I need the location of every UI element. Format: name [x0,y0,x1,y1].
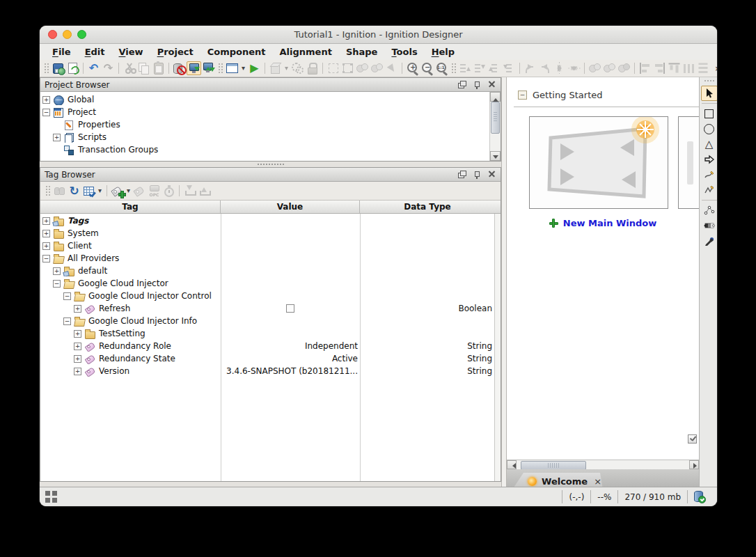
tree-expander[interactable]: + [53,267,61,275]
tree-expander[interactable]: − [53,280,61,288]
menu-shape[interactable]: Shape [339,44,385,60]
tree-node-project[interactable]: − Project [40,106,489,118]
menu-tools[interactable]: Tools [384,44,424,60]
float-panel-button[interactable] [457,80,467,89]
toolbar-overflow-button[interactable] [711,61,717,75]
cut-button[interactable] [122,61,136,75]
panel-splitter[interactable] [40,162,501,167]
send-to-back-button[interactable] [473,61,487,75]
tag-row-google-cloud-injector[interactable]: − Google Cloud Injector [40,277,494,290]
scroll-down-button[interactable] [490,151,501,161]
zoom-window-button[interactable] [77,30,86,39]
new-window-caret[interactable] [239,61,247,75]
tag-row-version[interactable]: + Version 3.4.6-SNAPSHOT (b20181211... S… [40,365,494,377]
column-selection-caret[interactable] [96,184,104,198]
browse-opc-button[interactable] [147,184,162,198]
workspace-hscrollbar[interactable] [507,460,699,470]
pin-panel-button[interactable] [472,170,482,179]
minimize-window-button[interactable] [63,30,72,39]
column-header-datatype[interactable]: Data Type [360,201,495,213]
menu-file[interactable]: File [45,44,78,60]
new-tag-button[interactable] [110,184,125,198]
tag-row-refresh[interactable]: + Refresh Boolean [40,302,494,315]
bring-forward-button[interactable] [487,61,502,75]
subtraction-button[interactable] [617,61,631,75]
tree-expander[interactable]: − [42,255,50,262]
preview-mode-button[interactable] [247,61,262,75]
find-tag-button[interactable] [52,184,67,198]
refresh-providers-button[interactable] [67,184,81,198]
pin-panel-button[interactable] [472,80,482,89]
menu-component[interactable]: Component [200,44,273,60]
pencil-tool[interactable] [701,167,718,182]
new-tag-caret[interactable] [125,184,132,198]
menu-view[interactable]: View [112,44,150,60]
eyedropper-tool[interactable] [701,233,718,249]
gradient-tool[interactable] [701,218,718,233]
tree-expander[interactable]: − [63,317,71,325]
tree-expander[interactable]: + [53,134,61,141]
send-backward-button[interactable] [502,61,517,75]
undo-button[interactable] [86,61,101,75]
align-left-button[interactable] [638,61,652,75]
new-window-button[interactable] [225,61,239,75]
lock-button[interactable] [305,61,320,75]
float-panel-button[interactable] [457,170,467,179]
tag-row-gci-info[interactable]: − Google Cloud Injector Info [40,315,494,327]
tree-node-global[interactable]: + Global [40,93,489,106]
title-bar[interactable]: Tutorial1 - Ignition - Ignition Designer [40,26,717,44]
rotate-ccw-button[interactable] [523,61,537,75]
export-tags-button[interactable] [197,184,212,198]
zoom-out-button[interactable] [420,61,434,75]
transform-frame-button[interactable] [340,61,355,75]
column-selection-button[interactable] [81,184,96,198]
shape-palette-caret[interactable] [283,61,290,75]
toolbar-grip[interactable] [44,63,49,74]
show-on-startup-checkbox[interactable] [688,434,697,444]
tag-row-client[interactable]: + Client [40,240,494,252]
tag-browser-titlebar[interactable]: Tag Browser [40,168,501,182]
tag-row-all-providers[interactable]: − All Providers [40,252,494,265]
polygon-tool[interactable]: △ [701,136,718,152]
tag-browser-scrollbar[interactable] [494,214,501,481]
column-header-value[interactable]: Value [221,201,360,213]
comm-read-only-button[interactable] [187,61,201,75]
arrow-tool[interactable] [701,152,718,167]
toolbar-grip[interactable] [451,63,456,74]
project-browser-scrollbar[interactable] [489,92,501,161]
edit-path-button[interactable] [370,61,384,75]
gateway-comm-off-button[interactable] [172,61,187,75]
tree-expander[interactable]: + [74,355,81,363]
selection-frame-button[interactable] [326,61,340,75]
shape-palette-button[interactable] [268,61,283,75]
flip-horizontal-button[interactable] [552,61,567,75]
tag-row-tags[interactable]: + Tags [40,214,494,227]
scroll-right-button[interactable] [689,460,699,469]
distribute-horizontal-button[interactable] [682,61,696,75]
comm-read-write-button[interactable] [201,61,216,75]
union-button[interactable] [588,61,602,75]
tag-row-system[interactable]: + System [40,227,494,240]
close-window-button[interactable] [48,30,57,39]
rotate-handles-button[interactable] [355,61,370,75]
pointer-button[interactable] [384,61,399,75]
tag-row-gci-control[interactable]: − Google Cloud Injector Control [40,290,494,302]
flip-vertical-button[interactable] [567,61,581,76]
align-right-button[interactable] [652,61,667,75]
menu-project[interactable]: Project [150,44,200,60]
rectangle-tool[interactable] [701,106,718,121]
toolbar-grip[interactable] [704,79,715,83]
tree-expander[interactable]: + [74,368,81,375]
redo-button[interactable] [101,61,116,75]
tree-expander[interactable]: + [42,217,50,225]
close-panel-button[interactable] [487,170,496,179]
zoom-actual-button[interactable] [434,61,449,75]
zoom-in-button[interactable] [405,61,420,75]
close-panel-button[interactable] [487,80,496,89]
tree-expander[interactable]: + [74,305,81,313]
tag-toolbar-grip[interactable] [45,185,50,196]
tree-node-transaction-groups[interactable]: Transaction Groups [40,143,489,156]
tag-row-testsetting[interactable]: + TestSetting [40,327,494,340]
tag-row-redundancy-role[interactable]: + Redundancy Role Independent String [40,340,494,352]
align-top-button[interactable] [668,61,682,76]
